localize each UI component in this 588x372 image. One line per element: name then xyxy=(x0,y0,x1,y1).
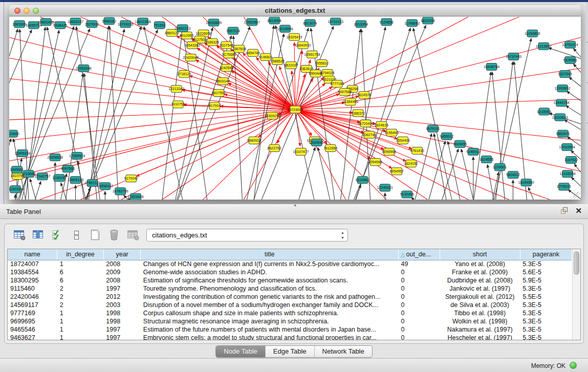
scrollbar-thumb[interactable] xyxy=(574,251,579,275)
citation-edge-black[interactable] xyxy=(356,185,361,200)
citation-edge-black[interactable] xyxy=(35,181,41,200)
graph-node-label: 16720406 xyxy=(358,122,374,125)
citation-edge-black[interactable] xyxy=(493,172,499,200)
graph-node-label: 8679191 xyxy=(426,127,440,130)
citation-edge-black[interactable] xyxy=(474,72,491,200)
citation-edge-black[interactable] xyxy=(61,183,67,200)
citation-edge-red[interactable] xyxy=(295,110,386,132)
show-columns-icon[interactable] xyxy=(32,228,45,242)
citation-edge-black[interactable] xyxy=(124,195,127,200)
column-header-year[interactable]: year xyxy=(103,249,141,260)
citation-edge-black[interactable] xyxy=(162,33,182,200)
table-row[interactable]: 1830029562008Estimation of significance … xyxy=(8,276,572,285)
citation-edge-red[interactable] xyxy=(9,110,295,140)
graph-node-label: 7386372 xyxy=(351,112,365,115)
column-header-title[interactable]: title xyxy=(141,249,399,260)
table-row[interactable]: 1456911722003Disruption of a novel membe… xyxy=(8,301,572,309)
graph-node-label: 20482213 xyxy=(175,27,190,30)
table-cell: 1 xyxy=(57,317,104,325)
citation-edge-black[interactable] xyxy=(177,36,231,200)
citation-edge-black[interactable] xyxy=(569,77,581,86)
table-row[interactable]: 977716911998Corpus callosum shape and si… xyxy=(8,309,572,317)
table-row[interactable]: 2242004622012Investigating the contribut… xyxy=(8,293,572,301)
citation-edge-red[interactable] xyxy=(121,110,295,200)
citation-edge-black[interactable] xyxy=(549,48,581,58)
table-cell: 2003 xyxy=(103,301,141,309)
table-cell: Estimation of the future numbers of pati… xyxy=(141,325,399,334)
citation-edge-red[interactable] xyxy=(295,110,300,146)
table-selector-dropdown[interactable]: citations_edges.txt ▲▼ xyxy=(146,229,348,242)
tab-node-table[interactable]: Node Table xyxy=(216,346,265,357)
select-columns-icon[interactable] xyxy=(51,228,64,242)
window-titlebar[interactable]: citations_edges.txt xyxy=(9,5,581,16)
column-header-in_degree[interactable]: in_degree xyxy=(57,249,104,260)
citation-edge-red[interactable] xyxy=(295,110,581,171)
column-header-name[interactable]: name xyxy=(8,249,57,260)
citation-edge-black[interactable] xyxy=(89,26,108,200)
table-cell: 6 xyxy=(57,276,104,285)
citation-edge-black[interactable] xyxy=(571,178,581,186)
table-options-icon[interactable] xyxy=(13,228,26,242)
citation-edge-red[interactable] xyxy=(9,110,295,161)
citation-edge-red[interactable] xyxy=(9,37,295,110)
new-table-icon[interactable] xyxy=(89,228,102,242)
delete-table-icon[interactable] xyxy=(107,228,121,242)
citation-edge-red[interactable] xyxy=(9,99,295,110)
citation-edge-black[interactable] xyxy=(487,164,493,200)
citation-edge-red[interactable] xyxy=(203,110,295,200)
tab-edge-table[interactable]: Edge Table xyxy=(265,346,314,357)
table-row[interactable]: 946554611997Estimation of the future num… xyxy=(8,325,572,334)
table-row[interactable]: 1938455462009Genome-wide association stu… xyxy=(8,268,572,276)
citation-edge-red[interactable] xyxy=(295,17,519,110)
table-cell: 6 xyxy=(57,268,104,276)
graph-node-label: 9436425 xyxy=(53,24,67,27)
float-panel-icon[interactable] xyxy=(561,207,568,214)
sort-ascending-icon: △ xyxy=(401,251,405,257)
tab-network-table[interactable]: Network Table xyxy=(314,346,372,357)
graph-node-label: 16107477 xyxy=(293,150,309,154)
citation-edge-black[interactable] xyxy=(496,61,513,200)
table-scrollbar[interactable] xyxy=(572,249,580,340)
graph-node-label: 1554409 xyxy=(396,139,410,142)
citation-edge-black[interactable] xyxy=(30,179,36,200)
graph-node-label: 12213997 xyxy=(536,45,552,48)
citation-edge-black[interactable] xyxy=(233,36,242,200)
resize-grip-icon[interactable] xyxy=(573,192,580,199)
close-panel-icon[interactable]: ✕ xyxy=(575,207,582,214)
citation-edge-black[interactable] xyxy=(574,49,581,57)
graph-node-label: 917004 xyxy=(209,104,221,107)
table-row[interactable]: 911546021997Tourette syndrome. Phenomeno… xyxy=(8,285,572,293)
citation-edge-black[interactable] xyxy=(318,147,330,200)
citation-edge-red[interactable] xyxy=(162,110,295,200)
citation-edge-red[interactable] xyxy=(295,51,302,110)
citation-edge-black[interactable] xyxy=(415,134,431,200)
graph-node-label: 10653247 xyxy=(68,20,83,24)
network-canvas[interactable]: 1872400788601238912955182260589127503165… xyxy=(9,17,581,200)
graph-node-label: 20206536 xyxy=(47,156,63,159)
table-row[interactable]: 1872400712008Changes of HCN gene express… xyxy=(8,260,572,268)
citation-edge-black[interactable] xyxy=(87,29,124,200)
table-row[interactable]: 946362711997Embryonic stem cells: a mode… xyxy=(8,334,572,340)
graph-node-label: 19737493 xyxy=(506,55,521,58)
citation-edge-black[interactable] xyxy=(461,149,473,200)
citation-edge-black[interactable] xyxy=(574,164,581,172)
graph-node-label: 9124556 xyxy=(380,20,394,24)
row-selector-icon[interactable] xyxy=(70,228,83,242)
graph-node-label: 8313054 xyxy=(354,23,368,26)
citation-edge-red[interactable] xyxy=(295,37,581,110)
table-row[interactable]: 969969511998Structural magnetic resonanc… xyxy=(8,317,572,325)
column-header-out_de[interactable]: △out_de... xyxy=(399,249,440,260)
graph-node-label: 8186328 xyxy=(205,40,219,44)
citation-edge-red[interactable] xyxy=(9,110,295,182)
column-header-short[interactable]: short xyxy=(440,249,520,260)
citation-edge-black[interactable] xyxy=(574,64,581,73)
graph-node-label: 16648784 xyxy=(484,65,499,69)
splitter-handle[interactable]: ▴ xyxy=(294,202,297,207)
graph-node-label: 9497568 xyxy=(338,90,352,94)
column-header-pagerank[interactable]: pagerank xyxy=(520,249,572,260)
citation-edge-black[interactable] xyxy=(566,105,581,115)
table-cell: 1 xyxy=(57,309,104,317)
citation-edge-red[interactable] xyxy=(182,90,295,110)
import-table-icon[interactable] xyxy=(126,228,140,242)
graph-node-label: 16033809 xyxy=(206,21,222,25)
